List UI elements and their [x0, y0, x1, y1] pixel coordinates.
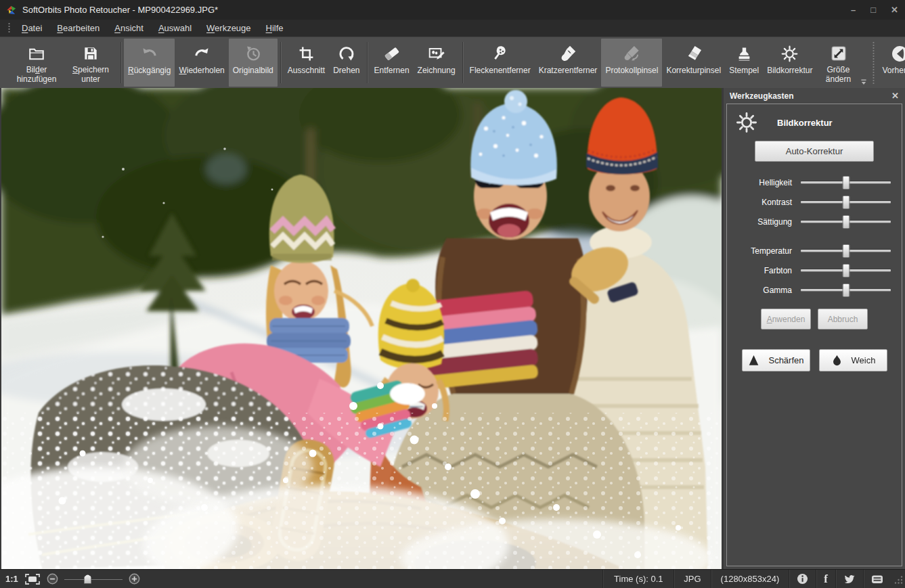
gamma-slider[interactable] [801, 289, 891, 291]
eraser-button[interactable]: Entfernen [370, 39, 414, 87]
slider-handle[interactable] [842, 215, 849, 229]
main-area: Werkzeugkasten ✕ Bildkorrektur Auto-Korr… [0, 88, 905, 569]
info-button[interactable] [789, 570, 816, 588]
brightness-slider[interactable] [801, 181, 891, 183]
slider-handle[interactable] [842, 196, 849, 209]
slider-row-helligkeit: Helligkeit [727, 173, 902, 192]
add-images-button[interactable]: Bilder hinzufügen [9, 39, 64, 87]
spot-remover-icon [491, 43, 509, 64]
slider-label: Helligkeit [727, 178, 792, 187]
zoom-ratio-label: 1:1 [5, 574, 18, 584]
toolbar-separator [462, 42, 463, 83]
slider-handle[interactable] [842, 284, 849, 297]
temperature-slider[interactable] [801, 250, 891, 252]
undo-button[interactable]: Rückgängig [124, 39, 175, 87]
resize-grip-icon[interactable] [891, 571, 905, 587]
youtube-button[interactable] [864, 570, 891, 588]
history-brush-icon [623, 43, 640, 64]
menu-ansicht[interactable]: Ansicht [107, 21, 151, 35]
spot-remover-button[interactable]: Fleckenentferner [466, 39, 535, 87]
titlebar: SoftOrbits Photo Retoucher - MP900422969… [0, 0, 905, 20]
slider-label: Temperatur [727, 246, 792, 256]
slider-row-kontrast: Kontrast [727, 192, 902, 212]
sun-icon [780, 43, 799, 64]
sharpen-triangle-icon [747, 354, 760, 367]
minimize-button[interactable]: – [851, 5, 856, 14]
photo-canvas[interactable] [0, 88, 722, 569]
correction-brush-button[interactable]: Korrekturpinsel [662, 39, 725, 87]
correction-brush-icon [685, 43, 703, 64]
rotate-button[interactable]: Drehen [329, 39, 363, 87]
image-correction-button[interactable]: Bildkorrektur [763, 39, 816, 87]
zoom-in-icon[interactable] [129, 573, 140, 585]
drawing-button[interactable]: Zeichnung [414, 39, 460, 87]
toolbox-panel-header[interactable]: Werkzeugkasten ✕ [724, 88, 905, 104]
fit-to-screen-icon[interactable] [24, 573, 41, 585]
hue-slider[interactable] [801, 269, 891, 271]
toolbox-panel-title: Werkzeugkasten [730, 91, 793, 101]
toolbar: Bilder hinzufügen Speichern unter Rückgä… [0, 37, 905, 88]
toolbar-separator [280, 42, 281, 83]
scratch-remover-button[interactable]: Kratzerentferner [535, 39, 602, 87]
facebook-button[interactable]: f [816, 570, 835, 588]
menubar-grip[interactable] [8, 22, 10, 34]
menu-auswahl[interactable]: Auswahl [151, 21, 199, 35]
redo-button[interactable]: Wiederholen [175, 39, 228, 87]
maximize-button[interactable]: □ [870, 5, 876, 14]
slider-row-temperatur: Temperatur [727, 241, 902, 261]
toolbar-separator [120, 42, 121, 83]
sun-icon [735, 111, 758, 134]
eraser-icon [382, 43, 401, 64]
auto-correction-button[interactable]: Auto-Korrektur [755, 141, 874, 162]
previous-icon [891, 43, 905, 64]
resize-button[interactable]: Größe ändern [817, 39, 860, 87]
contrast-slider[interactable] [801, 201, 891, 203]
slider-handle[interactable] [842, 244, 849, 258]
soften-button[interactable]: Weich [819, 349, 887, 371]
previous-image-button[interactable]: Vorherige [879, 39, 905, 87]
original-image-button[interactable]: Originalbild [229, 39, 278, 87]
apply-button[interactable]: Anwenden [761, 309, 811, 330]
rotate-icon [338, 43, 355, 64]
save-as-icon [82, 43, 100, 63]
menu-hilfe[interactable]: Hilfe [259, 21, 291, 35]
twitter-button[interactable] [836, 570, 863, 588]
zoom-out-icon[interactable] [47, 573, 58, 585]
menu-bearbeiten[interactable]: Bearbeiten [49, 21, 107, 35]
crop-button[interactable]: Ausschnitt [284, 39, 329, 87]
menu-datei[interactable]: Datei [14, 21, 49, 35]
slider-label: Kontrast [727, 198, 792, 207]
app-window: SoftOrbits Photo Retoucher - MP900422969… [0, 0, 905, 588]
water-drop-icon [831, 354, 843, 367]
original-image-icon [244, 43, 262, 64]
stamp-button[interactable]: Stempel [725, 39, 763, 87]
slider-handle[interactable] [842, 264, 849, 277]
resize-icon [830, 43, 847, 63]
stamp-icon [736, 43, 753, 64]
save-as-button[interactable]: Speichern unter [64, 39, 118, 87]
panel-close-icon[interactable]: ✕ [891, 91, 899, 100]
close-button[interactable]: ✕ [891, 5, 898, 14]
add-images-icon [27, 43, 46, 63]
processing-time-label: Time (s): 0.1 [603, 570, 674, 588]
cancel-button[interactable]: Abbruch [818, 309, 868, 330]
toolbox-panel: Werkzeugkasten ✕ Bildkorrektur Auto-Korr… [724, 88, 905, 569]
twitter-icon [843, 573, 856, 585]
zoom-slider[interactable] [64, 574, 123, 585]
toolbar-grip[interactable] [873, 41, 875, 84]
slider-label: Gamma [727, 286, 792, 295]
history-brush-button[interactable]: Protokollpinsel [601, 39, 662, 87]
slider-row-gamma: Gamma [727, 280, 902, 300]
toolbar-overflow-icon[interactable] [860, 79, 867, 85]
sharpen-button[interactable]: Schärfen [742, 349, 810, 371]
image-dimensions-label: (1280x853x24) [711, 570, 789, 588]
slider-row-saettigung: Sättigung [727, 212, 902, 231]
photo-image [1, 88, 722, 569]
saturation-slider[interactable] [801, 221, 891, 223]
undo-icon [140, 43, 159, 64]
statusbar: 1:1 Time (s): 0.1 JPG (1280x853x24) f [0, 569, 905, 588]
menu-werkzeuge[interactable]: Werkzeuge [199, 21, 259, 35]
window-title: SoftOrbits Photo Retoucher - MP900422969… [22, 5, 218, 15]
slider-handle[interactable] [842, 176, 849, 189]
menubar: Datei Bearbeiten Ansicht Auswahl Werkzeu… [0, 20, 905, 37]
